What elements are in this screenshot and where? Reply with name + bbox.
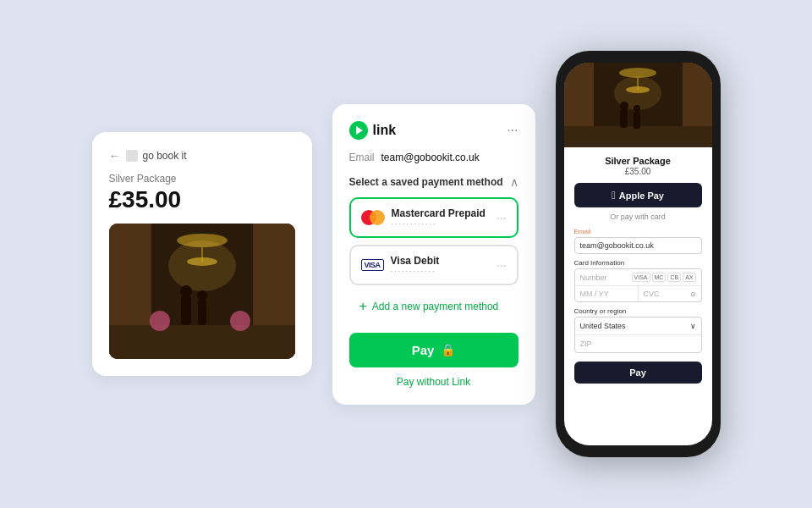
venue-image — [109, 224, 295, 359]
visa-dots: ············ — [391, 267, 440, 275]
email-label: Email — [349, 152, 375, 163]
svg-rect-8 — [181, 295, 191, 325]
svg-rect-10 — [198, 300, 206, 325]
card-brand-icons: VISA MC CB AX — [632, 273, 696, 282]
svg-point-13 — [230, 311, 250, 331]
visa-name: Visa Debit — [391, 255, 440, 267]
card-expiry-cvc-row: MM / YY CVC ⊙ — [575, 286, 701, 301]
svg-point-6 — [168, 240, 236, 291]
package-label: Silver Package — [109, 173, 295, 185]
center-card: link ··· Email team@gobookit.co.uk Selec… — [332, 104, 535, 405]
apple-pay-label: Apple Pay — [619, 190, 664, 201]
email-row: Email team@gobookit.co.uk — [349, 152, 518, 163]
phone-package-name: Silver Package — [574, 156, 702, 166]
svg-point-25 — [634, 105, 640, 112]
visa-brand-icon: VISA — [632, 273, 650, 282]
pay-button-label: Pay — [412, 343, 435, 357]
left-card: ← go book it Silver Package £35.00 — [92, 132, 312, 376]
browser-bar: ← go book it — [109, 149, 295, 163]
favicon-icon — [126, 150, 138, 162]
phone-email-field-group: Email team@gobookit.co.uk — [574, 228, 702, 254]
svg-point-9 — [180, 285, 192, 297]
email-value: team@gobookit.co.uk — [381, 152, 480, 163]
card-expiry-input[interactable]: MM / YY — [575, 286, 639, 301]
payment-method-mastercard[interactable]: Mastercard Prepaid ············ ··· — [349, 197, 518, 238]
visa-more-icon[interactable]: ··· — [497, 258, 507, 272]
play-triangle-icon — [356, 126, 363, 135]
method-info-visa: VISA Visa Debit ············ — [361, 255, 440, 275]
add-payment-method-button[interactable]: + Add a new payment method — [349, 292, 518, 321]
amex-brand-icon: AX — [683, 273, 695, 282]
cb-brand-icon: CB — [667, 273, 681, 282]
svg-rect-21 — [564, 126, 712, 147]
link-header: link ··· — [349, 121, 518, 140]
phone-notch — [608, 51, 667, 63]
phone-pay-button[interactable]: Pay — [574, 362, 702, 384]
chevron-up-icon[interactable]: ∧ — [510, 175, 518, 189]
browser-url: go book it — [143, 150, 187, 162]
phone-email-label: Email — [574, 228, 702, 235]
venue-svg — [109, 224, 295, 359]
phone-screen: Silver Package £35.00  Apple Pay Or pay… — [564, 63, 712, 445]
mastercard-icon — [361, 210, 385, 225]
svg-point-23 — [620, 102, 628, 110]
apple-logo-icon:  — [612, 189, 616, 202]
visa-icon: VISA — [361, 259, 384, 271]
or-pay-text: Or pay with card — [574, 213, 702, 221]
country-select[interactable]: United States ∨ — [575, 318, 701, 335]
svg-point-11 — [197, 290, 207, 301]
zip-input[interactable]: ZIP — [575, 335, 701, 352]
phone-price: £35.00 — [574, 167, 702, 176]
lock-icon: 🔒 — [441, 343, 455, 356]
country-chevron-icon: ∨ — [690, 322, 696, 330]
pay-without-link-button[interactable]: Pay without Link — [349, 376, 518, 388]
country-region-box: United States ∨ ZIP — [574, 317, 702, 353]
link-logo: link — [349, 121, 397, 140]
apple-pay-button[interactable]:  Apple Pay — [574, 183, 702, 207]
mastercard-details: Mastercard Prepaid ············ — [392, 207, 486, 228]
mastercard-name: Mastercard Prepaid — [392, 207, 486, 219]
phone-content: Silver Package £35.00  Apple Pay Or pay… — [564, 147, 712, 445]
back-arrow-icon[interactable]: ← — [109, 149, 121, 163]
more-options-button[interactable]: ··· — [507, 123, 518, 138]
card-info-label: Card Information — [574, 259, 702, 267]
scene: ← go book it Silver Package £35.00 — [75, 34, 738, 474]
card-cvc-input[interactable]: CVC ⊙ — [639, 286, 701, 301]
phone-top-image — [564, 63, 712, 147]
section-title: Select a saved payment method — [349, 176, 503, 188]
mastercard-dots: ············ — [392, 219, 486, 228]
card-info-box: Number VISA MC CB AX MM / YY CVC ⊙ — [574, 268, 702, 302]
method-info-mastercard: Mastercard Prepaid ············ — [361, 207, 486, 228]
link-icon — [349, 121, 368, 140]
country-value: United States — [580, 322, 626, 330]
svg-rect-24 — [634, 112, 640, 129]
phone-device: Silver Package £35.00  Apple Pay Or pay… — [556, 51, 721, 457]
mastercard-more-icon[interactable]: ··· — [497, 211, 507, 224]
link-brand-text: link — [373, 123, 397, 138]
pay-button[interactable]: Pay 🔒 — [349, 333, 518, 367]
country-region-label: Country or region — [574, 307, 702, 315]
phone-email-input[interactable]: team@gobookit.co.uk — [574, 237, 702, 254]
phone-venue-svg — [564, 63, 712, 147]
price-display: £35.00 — [109, 186, 295, 213]
svg-point-12 — [150, 311, 170, 331]
card-number-placeholder[interactable]: Number — [580, 273, 607, 282]
section-header: Select a saved payment method ∧ — [349, 175, 518, 189]
payment-method-visa[interactable]: VISA Visa Debit ············ ··· — [349, 245, 518, 285]
card-number-row: Number VISA MC CB AX — [575, 269, 701, 286]
svg-rect-7 — [109, 325, 295, 359]
plus-icon: + — [359, 299, 367, 314]
visa-details: Visa Debit ············ — [391, 255, 440, 275]
add-method-label: Add a new payment method — [372, 301, 498, 312]
svg-rect-22 — [620, 109, 628, 128]
mc-brand-icon: MC — [652, 273, 667, 282]
